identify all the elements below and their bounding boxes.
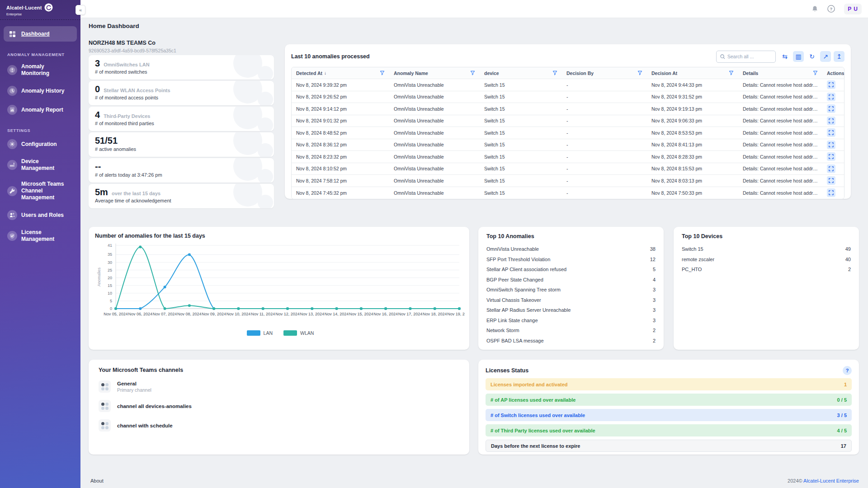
cell-text: Nov 8, 2024 8:53:53 pm [651,130,702,136]
expand-row-button[interactable] [827,164,835,173]
cell-detected: Nov 8, 2024 8:23:32 pm [292,154,389,160]
legend-item-lan[interactable]: LAN [247,330,273,336]
sidebar-item-label: Users and Roles [21,212,64,219]
cell-name: OmniVista Unreachable [389,166,480,171]
anomalies-table-card: Last 10 anomalies processed ⇆▥↻↗↥ Detect… [285,44,851,199]
table-header-row: Detected At↓Anomaly NamedeviceDecision B… [292,67,844,79]
list-item: OSPF BAD LSA message2 [486,336,656,346]
sidebar-item-configuration[interactable]: Configuration [4,136,77,152]
cell-text: - [566,142,568,147]
legend-swatch [247,330,260,336]
stat-card: 3OmniSwitches LAN# of monitored switches [89,55,274,80]
cell-actions [822,188,844,197]
anomalies-chart-card: Number of anomalies for the last 15 days… [89,227,469,350]
sidebar-item-device-management[interactable]: Device Management [4,155,77,174]
expand-row-button[interactable] [827,104,835,113]
sidebar-item-anomaly-report[interactable]: Anomaly Report [4,102,77,117]
column-header-detected-at[interactable]: Detected At↓ [292,70,389,76]
expand-row-button[interactable] [827,141,835,149]
cell-text: OmniVista Unreachable [394,190,444,196]
sidebar-item-dashboard[interactable]: Dashboard [4,26,77,42]
license-row: # of Third Party licenses used over avai… [486,424,852,436]
refresh-icon[interactable]: ↻ [807,51,817,62]
copyright-year: 2024© [788,478,803,483]
sidebar-item-label: Microsoft Teams Channel Management [21,181,73,201]
filter-icon[interactable] [470,70,475,75]
column-header-details[interactable]: Details [738,70,822,76]
dashboard-icon [7,29,17,39]
table-columns-icon[interactable]: ▥ [793,51,804,62]
expand-row-button[interactable] [827,93,835,101]
sidebar-item-label: Anomaly Monitoring [21,63,73,77]
expand-row-button[interactable] [827,176,835,185]
cell-decision_at: Nov 8, 2024 9:44:33 pm [647,82,738,88]
stat-value: 51/51 [95,136,118,145]
cell-detected: Nov 8, 2024 8:36:12 pm [292,142,389,147]
filter-icon[interactable] [380,70,385,75]
list-item-count: 12 [650,257,656,262]
column-header-decision-at[interactable]: Decision At [647,70,738,76]
copyright-link[interactable]: Alcatel-Lucent Enterprise [803,478,859,483]
ale-logo-icon [44,3,53,12]
cell-decision_at: Nov 8, 2024 9:19:13 pm [647,106,738,112]
decorative-circle [258,66,273,80]
column-header-decision-by[interactable]: Decision By [562,70,647,76]
cell-text: Switch 15 [484,178,505,183]
filter-icon[interactable] [813,70,818,75]
about-link[interactable]: About [90,478,104,483]
expand-row-button[interactable] [827,152,835,161]
channel-item[interactable]: channel all devices-anomalies [99,400,459,412]
list-item-label: Switch 15 [682,246,703,252]
expand-row-button[interactable] [827,128,835,137]
cell-actions [822,117,844,125]
sidebar-item-microsoft-teams-channel-management[interactable]: Microsoft Teams Channel Management [4,178,77,204]
column-header-device[interactable]: device [480,70,562,76]
legend-item-wlan[interactable]: WLAN [283,330,314,336]
help-icon[interactable]: ? [827,5,835,13]
expand-row-button[interactable] [827,188,835,197]
filter-icon[interactable] [729,70,734,75]
bell-icon[interactable] [811,5,818,13]
decorative-circle [258,143,273,157]
search-input[interactable] [727,54,772,59]
sidebar-item-anomaly-history[interactable]: Anomaly History [4,83,77,99]
collapse-sidebar-button[interactable]: « [75,5,85,15]
top-anomalies-title: Top 10 Anomalies [486,233,656,239]
svg-text:Nov 16, 2024: Nov 16, 2024 [373,312,398,316]
column-header-label: device [484,70,499,76]
expand-row-button[interactable] [827,117,835,125]
cell-device: Switch 15 [480,130,562,136]
sort-desc-icon[interactable]: ↓ [324,70,326,75]
list-item: OmniVista Unreachable38 [486,244,656,254]
column-resize-icon[interactable]: ⇆ [779,51,790,62]
sidebar-item-license-management[interactable]: License Management [4,226,77,245]
column-header-anomaly-name[interactable]: Anomaly Name [389,70,480,76]
upload-icon[interactable]: ↥ [834,51,844,62]
filter-icon[interactable] [552,70,557,75]
svg-text:Nov 14, 2024: Nov 14, 2024 [325,312,349,316]
channel-item[interactable]: channel with schedule [99,419,459,432]
cell-text: - [566,94,568,99]
cell-text: OmniVista Unreachable [394,166,444,171]
cell-text: Switch 15 [484,166,505,171]
cell-details: Details: Cannot resolve host address ... [738,142,822,147]
filter-icon[interactable] [637,70,642,75]
column-header-label: Actions [827,70,844,76]
export-icon[interactable]: ↗ [820,51,831,62]
column-header-actions[interactable]: Actions [822,70,844,76]
user-avatar[interactable]: P U [844,4,862,14]
cell-decision_by: - [562,82,647,88]
list-item-label: OmniSwitch Spanning Tree storm [486,287,561,292]
list-item-count: 40 [845,257,851,262]
cell-text: Nov 8, 2024 9:19:13 pm [651,106,702,112]
expand-row-button[interactable] [827,80,835,89]
table-row: Nov 8, 2024 8:48:52 pmOmniVista Unreacha… [292,127,844,139]
column-header-label-wrap: Decision At [651,70,677,76]
cell-text: Switch 15 [484,190,505,196]
channel-item[interactable]: GeneralPrimary channel [99,380,459,393]
cell-text: OmniVista Unreachable [394,106,444,112]
sidebar-item-users-and-roles[interactable]: Users and Roles [4,207,77,223]
cell-text: Nov 8, 2024 8:28:33 pm [651,154,702,160]
sidebar-item-anomaly-monitoring[interactable]: Anomaly Monitoring [4,61,77,80]
licenses-help-icon[interactable]: ? [843,366,852,375]
